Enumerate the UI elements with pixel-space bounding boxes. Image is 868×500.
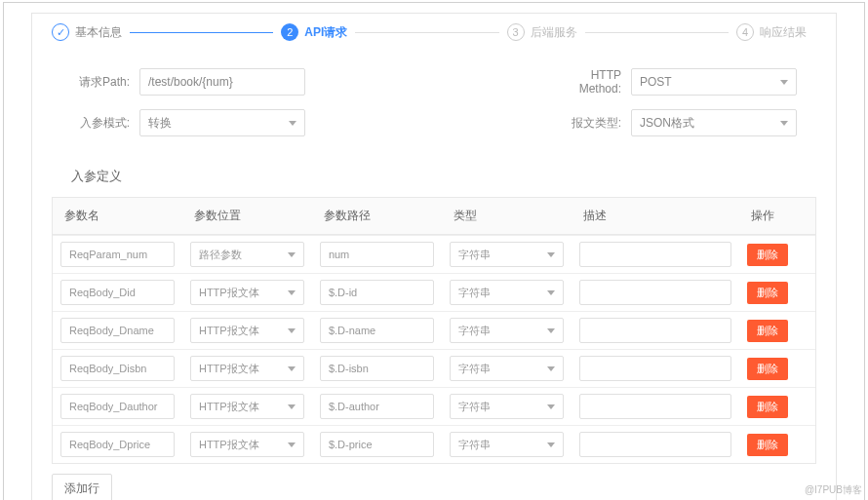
table-row: 路径参数字符串删除	[53, 235, 815, 273]
param-path-input[interactable]	[320, 432, 434, 457]
step-api-request[interactable]: 2 API请求	[281, 23, 347, 41]
param-location-select[interactable]: HTTP报文体	[190, 394, 304, 419]
param-name-input[interactable]	[60, 356, 175, 381]
param-desc-input[interactable]	[579, 432, 731, 457]
params-table-wrap: 参数名 参数位置 参数路径 类型 描述 操作 路径参数字符串删除HTTP报文体字…	[52, 197, 816, 464]
delete-button[interactable]: 删除	[747, 396, 788, 418]
col-header-desc: 描述	[572, 198, 739, 235]
param-desc-input[interactable]	[579, 242, 731, 267]
outer-frame: 基本信息 2 API请求 3 后端服务 4 响应结果 请求Path:	[3, 2, 865, 500]
param-location-select[interactable]: HTTP报文体	[190, 318, 304, 343]
table-row: HTTP报文体字符串删除	[53, 349, 815, 387]
param-desc-input[interactable]	[579, 318, 731, 343]
msgtype-label: 报文类型:	[553, 115, 621, 132]
step-label: 响应结果	[760, 24, 807, 41]
chevron-down-icon	[288, 290, 296, 295]
param-name-input[interactable]	[60, 432, 175, 457]
param-location-select[interactable]: HTTP报文体	[190, 356, 304, 381]
step-connector	[585, 32, 729, 33]
step-label: API请求	[304, 24, 347, 41]
table-row: HTTP报文体字符串删除	[53, 311, 815, 349]
form-section: 请求Path: HTTP Method: POST 入参模式: 转换	[32, 51, 836, 160]
delete-button[interactable]: 删除	[747, 320, 788, 342]
step-connector	[355, 32, 498, 33]
chevron-down-icon	[780, 121, 788, 126]
param-name-input[interactable]	[60, 318, 175, 343]
step-number: 4	[736, 23, 754, 41]
col-header-path: 参数路径	[312, 198, 442, 235]
step-number: 2	[281, 23, 298, 41]
param-path-input[interactable]	[320, 356, 434, 381]
col-header-op: 操作	[739, 198, 815, 235]
step-connector	[130, 32, 273, 33]
chevron-down-icon	[547, 404, 555, 409]
mode-value: 转换	[148, 115, 172, 132]
chevron-down-icon	[780, 80, 788, 85]
param-desc-input[interactable]	[579, 394, 731, 419]
table-row: HTTP报文体字符串删除	[53, 387, 815, 425]
param-desc-input[interactable]	[579, 280, 731, 305]
param-type-select[interactable]: 字符串	[450, 394, 564, 419]
main-panel: 基本信息 2 API请求 3 后端服务 4 响应结果 请求Path:	[31, 13, 837, 500]
params-table: 参数名 参数位置 参数路径 类型 描述 操作 路径参数字符串删除HTTP报文体字…	[52, 197, 816, 464]
delete-button[interactable]: 删除	[747, 434, 788, 456]
param-location-select[interactable]: HTTP报文体	[190, 432, 304, 457]
param-desc-input[interactable]	[579, 356, 731, 381]
table-row: HTTP报文体字符串删除	[53, 425, 815, 463]
param-type-select[interactable]: 字符串	[450, 242, 564, 267]
param-location-select[interactable]: HTTP报文体	[190, 280, 304, 305]
step-number: 3	[507, 23, 525, 41]
chevron-down-icon	[547, 290, 555, 295]
param-location-select[interactable]: 路径参数	[190, 242, 304, 267]
param-type-select[interactable]: 字符串	[450, 432, 564, 457]
chevron-down-icon	[547, 328, 555, 333]
param-name-input[interactable]	[60, 280, 175, 305]
method-label: HTTP Method:	[553, 68, 621, 96]
delete-button[interactable]: 删除	[747, 244, 788, 266]
wizard-steps: 基本信息 2 API请求 3 后端服务 4 响应结果	[32, 14, 836, 51]
step-basic-info[interactable]: 基本信息	[52, 23, 122, 41]
param-type-select[interactable]: 字符串	[450, 280, 564, 305]
delete-button[interactable]: 删除	[747, 282, 788, 304]
msgtype-value: JSON格式	[640, 115, 694, 132]
col-header-location: 参数位置	[182, 198, 312, 235]
chevron-down-icon	[289, 121, 296, 126]
chevron-down-icon	[288, 328, 296, 333]
chevron-down-icon	[288, 366, 296, 371]
param-path-input[interactable]	[320, 318, 434, 343]
chevron-down-icon	[288, 252, 296, 257]
param-path-input[interactable]	[320, 394, 434, 419]
step-label: 后端服务	[531, 24, 577, 41]
chevron-down-icon	[288, 404, 296, 409]
path-label: 请求Path:	[71, 74, 130, 91]
param-type-select[interactable]: 字符串	[450, 318, 564, 343]
param-name-input[interactable]	[60, 394, 175, 419]
col-header-type: 类型	[442, 198, 572, 235]
chevron-down-icon	[547, 442, 555, 447]
col-header-name: 参数名	[53, 198, 182, 235]
param-type-select[interactable]: 字符串	[450, 356, 564, 381]
msgtype-select[interactable]: JSON格式	[631, 109, 797, 136]
step-backend-service[interactable]: 3 后端服务	[507, 23, 577, 41]
delete-button[interactable]: 删除	[747, 358, 788, 380]
section-title: 入参定义	[32, 160, 836, 197]
param-path-input[interactable]	[320, 280, 434, 305]
param-path-input[interactable]	[320, 242, 434, 267]
param-name-input[interactable]	[60, 242, 175, 267]
mode-label: 入参模式:	[71, 115, 130, 132]
add-row-button[interactable]: 添加行	[52, 474, 112, 500]
step-response-result[interactable]: 4 响应结果	[736, 23, 807, 41]
table-header-row: 参数名 参数位置 参数路径 类型 描述 操作	[53, 198, 815, 235]
chevron-down-icon	[547, 252, 555, 257]
mode-select[interactable]: 转换	[139, 109, 305, 136]
chevron-down-icon	[547, 366, 555, 371]
path-input[interactable]	[139, 68, 305, 96]
chevron-down-icon	[288, 442, 296, 447]
table-row: HTTP报文体字符串删除	[53, 273, 815, 311]
step-label: 基本信息	[75, 24, 122, 41]
check-icon	[52, 23, 69, 41]
watermark: @I7PUB博客	[805, 483, 862, 497]
method-select[interactable]: POST	[631, 68, 797, 96]
method-value: POST	[640, 75, 672, 89]
